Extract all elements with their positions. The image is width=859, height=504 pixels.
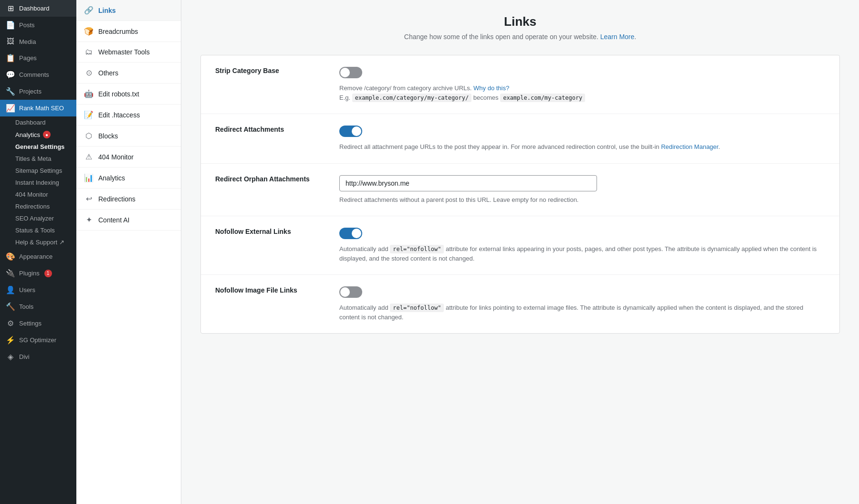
sec-sidebar-webmaster-tools[interactable]: 🗂 Webmaster Tools — [76, 42, 181, 63]
sub-sidebar-label-status-tools: Status & Tools — [15, 227, 55, 234]
sidebar-label-users: Users — [19, 286, 35, 294]
learn-more-link[interactable]: Learn More — [600, 33, 635, 41]
sec-sidebar-label-links: Links — [98, 7, 116, 14]
strip-category-base-toggle[interactable] — [339, 67, 362, 78]
sub-sidebar-general-settings[interactable]: General Settings — [0, 141, 76, 153]
sidebar-item-sg-optimizer[interactable]: ⚡ SG Optimizer — [0, 332, 76, 348]
sidebar-label-rank-math: Rank Math SEO — [19, 105, 64, 112]
sub-sidebar-help-support[interactable]: Help & Support ↗ — [0, 236, 76, 248]
sec-sidebar-label-webmaster-tools: Webmaster Tools — [98, 48, 150, 56]
strip-category-base-toggle-track[interactable] — [339, 67, 362, 78]
sidebar-item-settings[interactable]: ⚙ Settings — [0, 315, 76, 332]
sidebar-item-dashboard[interactable]: ⊞ Dashboard — [0, 0, 76, 17]
nofollow-image-toggle-track[interactable] — [339, 286, 362, 298]
edit-robots-icon: 🤖 — [84, 89, 94, 98]
secondary-sidebar: 🔗 Links 🍞 Breadcrumbs 🗂 Webmaster Tools … — [76, 0, 181, 504]
nofollow-image-desc-before: Automatically add — [339, 304, 388, 311]
redirect-attachments-toggle-track[interactable] — [339, 126, 362, 137]
redirect-attachments-control: Redirect all attachment page URLs to the… — [339, 126, 825, 152]
redirect-orphan-input[interactable] — [339, 175, 597, 191]
sec-sidebar-edit-robots[interactable]: 🤖 Edit robots.txt — [76, 84, 181, 105]
posts-icon: 📄 — [6, 21, 15, 30]
strip-category-base-example-after: example.com/my-category — [500, 94, 585, 102]
sec-sidebar-breadcrumbs[interactable]: 🍞 Breadcrumbs — [76, 21, 181, 42]
nofollow-external-desc-before: Automatically add — [339, 245, 388, 252]
sec-sidebar-label-breadcrumbs: Breadcrumbs — [98, 28, 138, 35]
redirect-attachments-link[interactable]: Redirection Manager — [661, 143, 718, 150]
strip-category-base-label: Strip Category Base — [215, 67, 320, 74]
sec-sidebar-content-ai[interactable]: ✦ Content AI — [76, 210, 181, 231]
sidebar-label-divi: Divi — [19, 353, 30, 360]
sec-sidebar-404-monitor[interactable]: ⚠ 404 Monitor — [76, 147, 181, 168]
nofollow-image-toggle-thumb — [340, 287, 350, 297]
sidebar-item-users[interactable]: 👤 Users — [0, 282, 76, 298]
sub-sidebar-analytics[interactable]: Analytics ● — [0, 128, 76, 141]
sidebar-item-plugins[interactable]: 🔌 Plugins 1 — [0, 265, 76, 282]
sidebar-item-tools[interactable]: 🔨 Tools — [0, 298, 76, 315]
sidebar-label-projects: Projects — [19, 88, 42, 95]
sidebar-item-comments[interactable]: 💬 Comments — [0, 66, 76, 83]
tools-icon: 🔨 — [6, 302, 15, 311]
breadcrumbs-icon: 🍞 — [84, 27, 94, 36]
strip-category-base-why-link[interactable]: Why do this? — [473, 84, 509, 92]
nofollow-image-toggle[interactable] — [339, 286, 362, 298]
sub-sidebar-label-redirections: Redirections — [15, 203, 50, 210]
sub-sidebar-titles-meta[interactable]: Titles & Meta — [0, 153, 76, 165]
sec-sidebar-label-blocks: Blocks — [98, 132, 118, 140]
sidebar-item-projects[interactable]: 🔧 Projects — [0, 83, 76, 100]
redirect-attachments-toggle[interactable] — [339, 126, 362, 137]
sub-sidebar-redirections[interactable]: Redirections — [0, 200, 76, 212]
nofollow-image-code: rel="nofollow" — [390, 304, 444, 312]
redirections-icon: ↩ — [84, 194, 94, 203]
sub-sidebar-instant-indexing[interactable]: Instant Indexing — [0, 177, 76, 189]
sub-sidebar-seo-analyzer[interactable]: SEO Analyzer — [0, 212, 76, 224]
page-subtitle-text: Change how some of the links open and op… — [404, 33, 598, 41]
nofollow-external-toggle[interactable] — [339, 228, 362, 239]
sub-sidebar-label-general-settings: General Settings — [15, 143, 64, 150]
redirect-orphan-label-text: Redirect Orphan Attachments — [215, 175, 310, 183]
nofollow-external-toggle-track[interactable] — [339, 228, 362, 239]
sidebar-item-divi[interactable]: ◈ Divi — [0, 348, 76, 365]
sub-sidebar-status-tools[interactable]: Status & Tools — [0, 224, 76, 236]
sidebar-item-posts[interactable]: 📄 Posts — [0, 17, 76, 33]
nofollow-external-label: Nofollow External Links — [215, 228, 320, 235]
sub-sidebar-label-dashboard: Dashboard — [15, 119, 46, 126]
nofollow-external-code: rel="nofollow" — [390, 245, 444, 253]
dashboard-icon: ⊞ — [6, 4, 15, 13]
sub-sidebar-dashboard[interactable]: Dashboard — [0, 116, 76, 128]
users-icon: 👤 — [6, 285, 15, 294]
sub-sidebar-label-sitemap-settings: Sitemap Settings — [15, 167, 62, 174]
sec-sidebar-blocks[interactable]: ⬡ Blocks — [76, 126, 181, 147]
strip-category-base-becomes: becomes — [473, 94, 499, 101]
sec-sidebar-links[interactable]: 🔗 Links — [76, 0, 181, 21]
sidebar-label-sg-optimizer: SG Optimizer — [19, 336, 56, 344]
sidebar-item-pages[interactable]: 📋 Pages — [0, 50, 76, 66]
sec-sidebar-label-edit-htaccess: Edit .htaccess — [98, 111, 140, 119]
redirect-attachments-description: Redirect all attachment page URLs to the… — [339, 142, 825, 152]
sidebar-label-dashboard: Dashboard — [19, 5, 50, 12]
sidebar-item-media[interactable]: 🖼 Media — [0, 33, 76, 50]
sec-sidebar-label-404-monitor: 404 Monitor — [98, 153, 134, 161]
page-subtitle: Change how some of the links open and op… — [200, 33, 840, 41]
sec-sidebar-label-redirections: Redirections — [98, 195, 136, 203]
pages-icon: 📋 — [6, 53, 15, 63]
sec-sidebar-analytics[interactable]: 📊 Analytics — [76, 168, 181, 189]
admin-sidebar: ⊞ Dashboard 📄 Posts 🖼 Media 📋 Pages 💬 Co… — [0, 0, 76, 504]
sec-sidebar-label-edit-robots: Edit robots.txt — [98, 90, 139, 98]
sub-sidebar-sitemap-settings[interactable]: Sitemap Settings — [0, 165, 76, 177]
sec-sidebar-edit-htaccess[interactable]: 📝 Edit .htaccess — [76, 105, 181, 126]
analytics-icon: 📊 — [84, 173, 94, 182]
redirect-orphan-label-col: Redirect Orphan Attachments — [215, 175, 320, 183]
sec-sidebar-redirections[interactable]: ↩ Redirections — [76, 189, 181, 210]
sidebar-label-plugins: Plugins — [19, 270, 40, 277]
webmaster-tools-icon: 🗂 — [84, 48, 94, 56]
sub-sidebar-404-monitor[interactable]: 404 Monitor — [0, 189, 76, 200]
sidebar-item-appearance[interactable]: 🎨 Appearance — [0, 248, 76, 265]
redirect-orphan-description: Redirect attachments without a parent po… — [339, 195, 825, 205]
nofollow-external-description: Automatically add rel="nofollow" attribu… — [339, 244, 825, 263]
edit-htaccess-icon: 📝 — [84, 110, 94, 119]
sidebar-item-rank-math-seo[interactable]: 📈 Rank Math SEO — [0, 100, 76, 116]
nofollow-image-control: Automatically add rel="nofollow" attribu… — [339, 286, 825, 322]
sec-sidebar-others[interactable]: ⊙ Others — [76, 63, 181, 84]
nofollow-external-control: Automatically add rel="nofollow" attribu… — [339, 228, 825, 263]
